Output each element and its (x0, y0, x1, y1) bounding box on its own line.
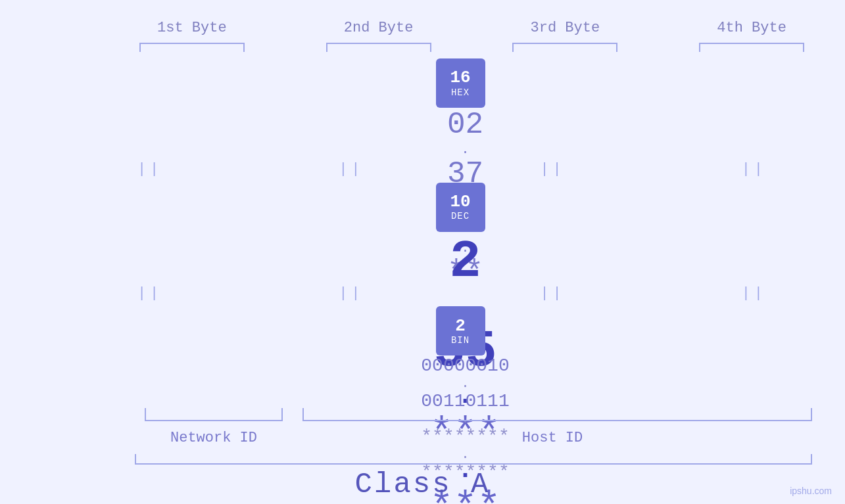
bin-b1: 00000010 (421, 355, 509, 376)
bin-row: 2 BIN 00000010 . 00110111 . ******** . *… (0, 306, 845, 404)
bracket-cell-4 (658, 43, 845, 52)
byte-headers: 1st Byte 2nd Byte 3rd Byte 4th Byte (0, 0, 845, 43)
dec-row: 10 DEC 2 . 55 . *** . *** (0, 183, 845, 281)
bin-base-number: 2 (455, 317, 466, 336)
equals-row-2: || || || || (0, 280, 845, 306)
equals-row-1: || || || || (0, 156, 845, 183)
dec-base-number: 10 (450, 193, 470, 212)
bracket-host (302, 408, 812, 421)
hex-row: 16 HEX 02 . 37 . ** . ** (0, 58, 845, 156)
eq2-b1: || (59, 285, 241, 302)
bin-badge: 2 BIN (436, 306, 485, 355)
hex-dot1: . (456, 142, 475, 157)
network-id-label: Network ID (145, 430, 283, 446)
bracket-network (145, 408, 283, 421)
eq1-b3: || (462, 161, 644, 177)
eq1-b4: || (664, 161, 845, 177)
id-labels-row: Network ID Host ID (0, 421, 845, 454)
bracket-top-3 (512, 43, 617, 52)
bracket-full (135, 454, 812, 465)
bracket-spacer (283, 408, 302, 421)
top-brackets (0, 43, 845, 52)
bin-base-label: BIN (451, 335, 470, 346)
dec-badge: 10 DEC (436, 183, 485, 232)
eq2-b4: || (664, 285, 845, 302)
byte3-header: 3rd Byte (472, 20, 659, 36)
dec-base-label: DEC (451, 211, 470, 221)
eq2-b3: || (462, 285, 644, 302)
bracket-cell-1 (99, 43, 285, 52)
hex-base-label: HEX (451, 87, 470, 98)
watermark: ipshu.com (790, 486, 832, 496)
full-bracket-container (0, 454, 845, 465)
main-container: 1st Byte 2nd Byte 3rd Byte 4th Byte 16 H… (0, 0, 845, 504)
host-id-label: Host ID (302, 430, 802, 446)
byte4-header: 4th Byte (658, 20, 845, 36)
byte1-header: 1st Byte (99, 20, 285, 36)
bracket-top-1 (139, 43, 245, 52)
eq2-b2: || (260, 285, 442, 302)
hex-badge: 16 HEX (436, 58, 485, 108)
bin-dot1: . (456, 376, 475, 391)
eq1-b1: || (59, 161, 241, 177)
bracket-cell-2 (285, 43, 472, 52)
class-label: Class A (355, 468, 491, 501)
eq1-b2: || (260, 161, 442, 177)
hex-b1: 02 (447, 108, 483, 142)
bracket-cell-3 (472, 43, 659, 52)
bottom-brackets-id (0, 408, 845, 421)
bracket-top-2 (326, 43, 431, 52)
byte2-header: 2nd Byte (285, 20, 472, 36)
hex-base-number: 16 (450, 68, 470, 87)
bracket-top-4 (699, 43, 804, 52)
class-row: Class A (0, 465, 845, 504)
